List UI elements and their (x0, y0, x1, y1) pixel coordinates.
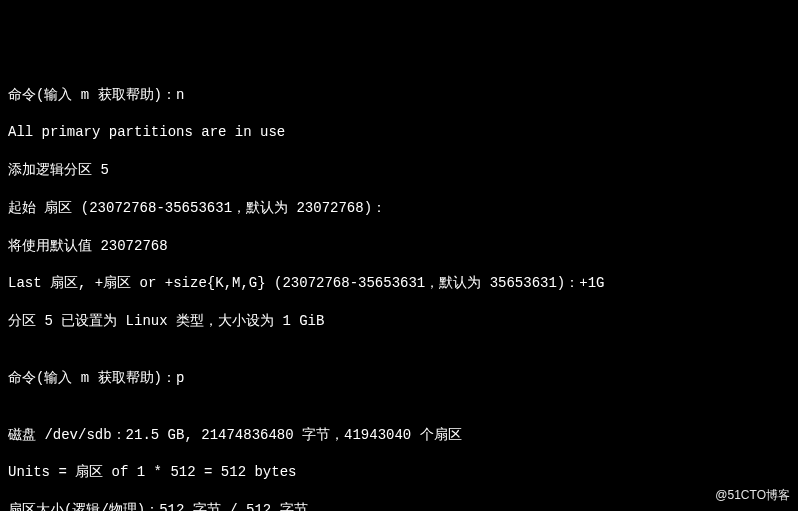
output-line: Last 扇区, +扇区 or +size{K,M,G} (23072768-3… (8, 274, 790, 293)
output-line: All primary partitions are in use (8, 123, 790, 142)
output-line: 扇区大小(逻辑/物理)：512 字节 / 512 字节 (8, 501, 790, 511)
output-line: 将使用默认值 23072768 (8, 237, 790, 256)
output-line: 命令(输入 m 获取帮助)：n (8, 86, 790, 105)
watermark: @51CTO博客 (715, 487, 790, 503)
output-line: 命令(输入 m 获取帮助)：p (8, 369, 790, 388)
output-line: Units = 扇区 of 1 * 512 = 512 bytes (8, 463, 790, 482)
output-line: 分区 5 已设置为 Linux 类型，大小设为 1 GiB (8, 312, 790, 331)
output-line: 添加逻辑分区 5 (8, 161, 790, 180)
output-line: 磁盘 /dev/sdb：21.5 GB, 21474836480 字节，4194… (8, 426, 790, 445)
output-line: 起始 扇区 (23072768-35653631，默认为 23072768)： (8, 199, 790, 218)
